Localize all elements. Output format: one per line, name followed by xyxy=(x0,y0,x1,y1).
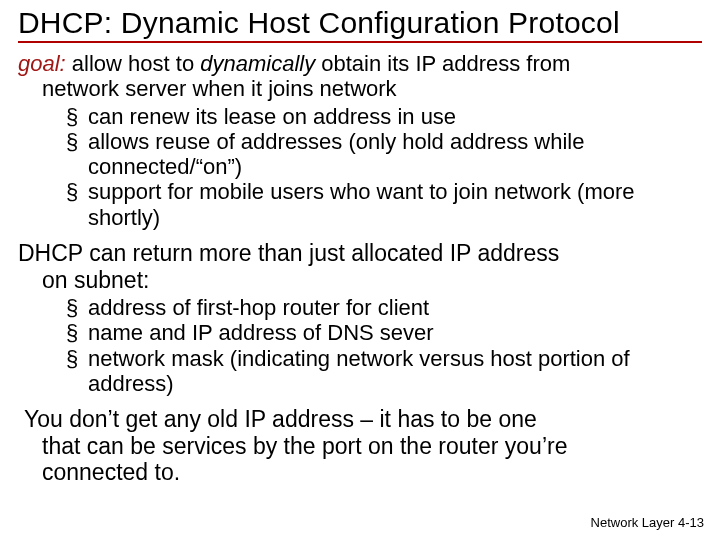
goal-continuation: network server when it joins network xyxy=(42,76,702,101)
section2-line1: DHCP can return more than just allocated… xyxy=(18,240,559,266)
returns-bullet: network mask (indicating network versus … xyxy=(66,346,702,397)
goal-prefix: allow host to xyxy=(66,51,201,76)
goal-suffix: obtain its IP address from xyxy=(315,51,570,76)
slide: DHCP: Dynamic Host Configuration Protoco… xyxy=(0,0,720,540)
slide-title: DHCP: Dynamic Host Configuration Protoco… xyxy=(18,6,702,43)
goal-bullet: can renew its lease on address in use xyxy=(66,104,702,129)
note-line2: that can be services by the port on the … xyxy=(42,433,702,459)
returns-bullet: address of first-hop router for client xyxy=(66,295,702,320)
closing-note: You don’t get any old IP address – it ha… xyxy=(24,406,702,485)
note-line3: connected to. xyxy=(42,459,702,485)
returns-bullet-list: address of first-hop router for client n… xyxy=(18,295,702,396)
returns-bullet: name and IP address of DNS sever xyxy=(66,320,702,345)
goal-line: goal: allow host to dynamically obtain i… xyxy=(18,51,702,76)
goal-label: goal: xyxy=(18,51,66,76)
goal-bullet: support for mobile users who want to joi… xyxy=(66,179,702,230)
goal-bullet-list: can renew its lease on address in use al… xyxy=(18,104,702,230)
section-dhcp-returns: DHCP can return more than just allocated… xyxy=(18,240,702,293)
footer-label: Network Layer xyxy=(591,515,675,530)
footer: Network Layer 4-13 xyxy=(591,515,704,530)
goal-bullet: allows reuse of addresses (only hold add… xyxy=(66,129,702,180)
section2-line2: on subnet: xyxy=(42,267,702,293)
goal-dynamic-word: dynamically xyxy=(200,51,315,76)
note-line1: You don’t get any old IP address – it ha… xyxy=(24,406,537,432)
footer-page: 4-13 xyxy=(678,515,704,530)
